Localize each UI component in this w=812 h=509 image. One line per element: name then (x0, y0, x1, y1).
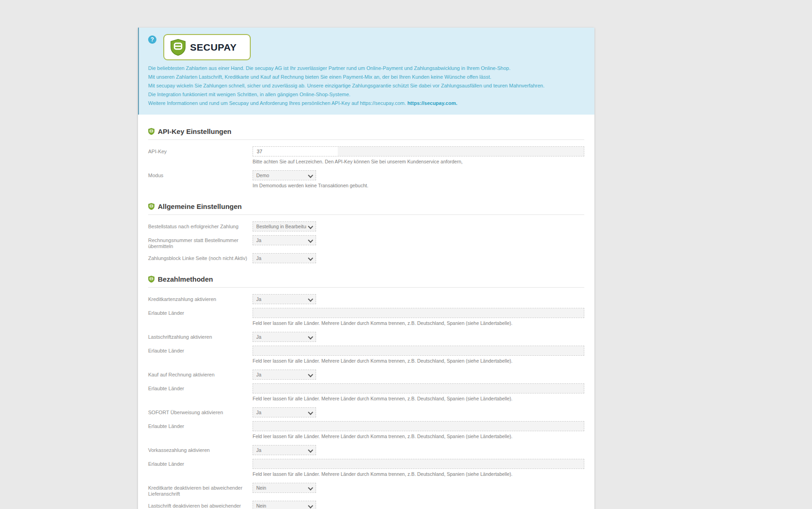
intro-line-text: Weitere Informationen und rund um Secupa… (148, 100, 406, 106)
field-label: Bestellstatus nach erfolgreicher Zahlung (148, 221, 253, 230)
intro-line: Weitere Informationen und rund um Secupa… (148, 100, 585, 107)
invoice-countries-input[interactable] (253, 383, 584, 393)
section-title: Bezahlmethoden (158, 275, 213, 283)
section-title: Allgemeine Einstellungen (158, 202, 242, 210)
modus-select[interactable]: Demo (253, 170, 316, 180)
form-row-modus: Modus Demo Im Demomodus werden keine Tra… (148, 170, 584, 191)
prepay-enable-select[interactable]: Ja (253, 445, 316, 455)
field-label: Rechnungsnummer statt Bestellnummer über… (148, 235, 253, 249)
intro-line: Die beliebtesten Zahlarten aus einer Han… (148, 65, 585, 72)
settings-form: API-Key Einstellungen API-Key Bitte acht… (138, 115, 594, 509)
debit-disable-shipping-select[interactable]: Nein (253, 501, 316, 509)
section-title: API-Key Einstellungen (158, 127, 231, 135)
credit-countries-input[interactable] (253, 308, 584, 318)
credit-enable-select[interactable]: Ja (253, 294, 316, 304)
field-label: SOFORT Überweisung aktivieren (148, 407, 253, 416)
shield-icon (148, 276, 155, 283)
field-label: Kreditkartenzahlung aktivieren (148, 294, 253, 302)
field-helper-text: Feld leer lassen für alle Länder. Mehrer… (253, 434, 584, 440)
secupay-link[interactable]: https://secupay.com. (407, 100, 457, 106)
api-key-inputwrap (253, 146, 584, 156)
intro-line: Mit secupay wickeln Sie Zahlungen schnel… (148, 82, 585, 89)
settings-panel: ? SECUPAY Die beliebtesten Zahlarten aus… (138, 28, 594, 509)
sofort-countries-input[interactable] (253, 421, 584, 431)
countries-inputwrap (253, 308, 584, 318)
prepay-countries-input[interactable] (253, 459, 584, 469)
invoice-enable-select[interactable]: Ja (253, 370, 316, 380)
countries-inputwrap (253, 346, 584, 356)
shield-icon (148, 203, 155, 210)
form-row-order-status: Bestellstatus nach erfolgreicher Zahlung… (148, 221, 584, 231)
form-row-credit-enable: Kreditkartenzahlung aktivieren Ja (148, 294, 584, 304)
intro-line: Mit unseren Zahlarten Lastschrift, Kredi… (148, 74, 585, 81)
form-row-payment-block: Zahlungsblock Linke Seite (noch nicht Ak… (148, 253, 584, 263)
field-label: Erlaubte Länder (148, 459, 253, 467)
payment-block-select[interactable]: Ja (253, 253, 316, 263)
form-row-prepay-countries: Erlaubte Länder Feld leer lassen für all… (148, 459, 584, 479)
form-row-invoice-number: Rechnungsnummer statt Bestellnummer über… (148, 235, 584, 249)
field-label: Lastschriftzahlung aktivieren (148, 332, 253, 340)
secupay-shield-icon (170, 39, 186, 56)
section-heading-general: Allgemeine Einstellungen (148, 202, 584, 215)
countries-inputwrap (253, 459, 584, 469)
countries-inputwrap (253, 421, 584, 431)
invoice-number-select[interactable]: Ja (253, 235, 316, 245)
form-row-debit-countries: Erlaubte Länder Feld leer lassen für all… (148, 346, 584, 366)
field-label: Erlaubte Länder (148, 308, 253, 316)
intro-description: Die beliebtesten Zahlarten aus einer Han… (148, 65, 585, 107)
field-label: Kreditkarte deaktivieren bei abweichende… (148, 483, 253, 497)
field-label: Erlaubte Länder (148, 421, 253, 429)
api-key-input[interactable] (253, 146, 584, 156)
sofort-enable-select[interactable]: Ja (253, 407, 316, 417)
debit-enable-select[interactable]: Ja (253, 332, 316, 342)
form-row-sofort-countries: Erlaubte Länder Feld leer lassen für all… (148, 421, 584, 441)
field-helper-text: Feld leer lassen für alle Länder. Mehrer… (253, 320, 584, 326)
field-label: Modus (148, 170, 253, 179)
shield-icon (148, 128, 155, 135)
form-row-api-key: API-Key Bitte achten Sie auf Leerzeichen… (148, 146, 584, 167)
debit-countries-input[interactable] (253, 346, 584, 356)
field-helper-text: Im Demomodus werden keine Transaktionen … (253, 183, 584, 189)
field-label: Erlaubte Länder (148, 346, 253, 354)
form-row-credit-disable-shipping: Kreditkarte deaktivieren bei abweichende… (148, 483, 584, 497)
credit-disable-shipping-select[interactable]: Nein (253, 483, 316, 493)
secupay-logo: SECUPAY (163, 34, 251, 60)
field-label: Lastschrift deaktivieren bei abweichende… (148, 501, 253, 509)
section-heading-payment-methods: Bezahlmethoden (148, 275, 584, 288)
form-row-debit-enable: Lastschriftzahlung aktivieren Ja (148, 332, 584, 342)
secupay-intro-panel: ? SECUPAY Die beliebtesten Zahlarten aus… (138, 28, 594, 115)
field-label: Vorkassezahlung aktivieren (148, 445, 253, 453)
field-label: API-Key (148, 146, 253, 155)
field-label: Zahlungsblock Linke Seite (noch nicht Ak… (148, 253, 253, 261)
order-status-select[interactable]: Bestellung in Bearbeitung (253, 221, 316, 231)
secupay-logo-text: SECUPAY (190, 42, 237, 53)
intro-line: Die Integration funktioniert mit wenigen… (148, 91, 585, 98)
field-label: Kauf auf Rechnung aktivieren (148, 370, 253, 378)
help-icon[interactable]: ? (148, 35, 156, 44)
section-heading-api-key: API-Key Einstellungen (148, 127, 584, 140)
field-label: Erlaubte Länder (148, 383, 253, 392)
field-helper-text: Feld leer lassen für alle Länder. Mehrer… (253, 396, 584, 402)
form-row-prepay-enable: Vorkassezahlung aktivieren Ja (148, 445, 584, 455)
form-row-invoice-countries: Erlaubte Länder Feld leer lassen für all… (148, 383, 584, 404)
countries-inputwrap (253, 383, 584, 393)
field-helper-text: Feld leer lassen für alle Länder. Mehrer… (253, 358, 584, 364)
field-helper-text: Bitte achten Sie auf Leerzeichen. Den AP… (253, 159, 584, 165)
form-row-credit-countries: Erlaubte Länder Feld leer lassen für all… (148, 308, 584, 328)
form-row-debit-disable-shipping: Lastschrift deaktivieren bei abweichende… (148, 501, 584, 509)
field-helper-text: Feld leer lassen für alle Länder. Mehrer… (253, 471, 584, 477)
form-row-sofort-enable: SOFORT Überweisung aktivieren Ja (148, 407, 584, 417)
form-row-invoice-enable: Kauf auf Rechnung aktivieren Ja (148, 370, 584, 380)
